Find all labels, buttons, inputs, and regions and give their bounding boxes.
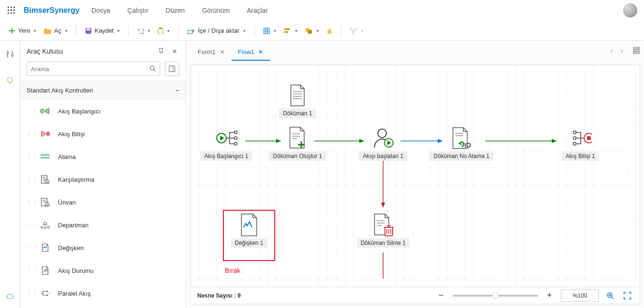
save-button[interactable]: Kaydet ▾ bbox=[81, 23, 124, 38]
flow-end-icon bbox=[40, 129, 50, 139]
document-id-icon: ID bbox=[450, 127, 473, 149]
close-icon[interactable]: ✕ bbox=[170, 47, 179, 56]
tab-label: Form1 bbox=[198, 48, 216, 56]
tab-next-button[interactable]: › bbox=[621, 47, 623, 55]
rail-properties[interactable] bbox=[3, 47, 17, 61]
new-label: Yeni bbox=[18, 27, 30, 34]
tool-assign[interactable]: ⋮⋮ Atama bbox=[20, 145, 186, 168]
fullscreen-button[interactable] bbox=[622, 290, 633, 301]
chevron-down-icon: ▾ bbox=[167, 28, 170, 33]
flow-canvas[interactable]: Döküman 1 Akış Başlangıcı 1 Döküman Oluş… bbox=[190, 65, 640, 304]
group-header[interactable]: Standart Akış Kontrolleri − bbox=[20, 81, 186, 100]
tool-label: Karşılaştırma bbox=[58, 176, 95, 183]
tool-variable[interactable]: ⋮⋮ Değişken bbox=[20, 236, 186, 259]
clipboard-icon bbox=[158, 28, 163, 34]
pin-icon[interactable] bbox=[156, 47, 166, 56]
node-flow-start[interactable]: Akış Başlangıcı 1 bbox=[198, 127, 255, 161]
node-initiator[interactable]: Akışı başlatan 1 bbox=[355, 127, 412, 161]
menu-tools[interactable]: Araçlar bbox=[247, 7, 268, 14]
node-flow-end[interactable]: Akış Bitişi 1 bbox=[552, 127, 609, 161]
tab-settings-button[interactable] bbox=[633, 47, 640, 56]
grip-icon: ⋮⋮ bbox=[27, 224, 32, 226]
save-label: Kaydet bbox=[95, 27, 114, 34]
svg-point-34 bbox=[41, 135, 43, 137]
svg-point-57 bbox=[234, 142, 237, 145]
arrange-icon bbox=[305, 28, 313, 34]
grid-icon bbox=[263, 28, 270, 34]
svg-rect-2 bbox=[13, 7, 15, 8]
node-create-document[interactable]: Döküman Oluştur 1 bbox=[269, 127, 326, 161]
zoom-slider-thumb[interactable] bbox=[492, 292, 499, 299]
hierarchy-button[interactable]: ▾ bbox=[346, 23, 367, 38]
node-assign-no[interactable]: ID Döküman No Atama 1 bbox=[433, 127, 490, 161]
rail-grab[interactable] bbox=[3, 290, 17, 303]
tab-form1[interactable]: Form1 ✕ bbox=[191, 44, 231, 61]
assign-icon bbox=[40, 151, 50, 162]
node-label: Değişken 1 bbox=[231, 238, 267, 248]
menu-view[interactable]: Görünüm bbox=[202, 7, 230, 14]
search-input[interactable] bbox=[31, 65, 149, 73]
svg-rect-31 bbox=[47, 133, 49, 135]
grid-button[interactable]: ▾ bbox=[260, 23, 280, 38]
svg-rect-4 bbox=[10, 9, 12, 11]
rail-ideas[interactable] bbox=[3, 74, 17, 87]
brand-label[interactable]: BimserSynergy bbox=[24, 6, 79, 15]
chevron-down-icon: ▾ bbox=[295, 28, 298, 33]
separator bbox=[254, 25, 255, 37]
zoom-fit-button[interactable] bbox=[605, 290, 616, 301]
close-icon[interactable]: ✕ bbox=[220, 48, 225, 56]
open-button[interactable]: Aç ▾ bbox=[40, 23, 71, 38]
tool-flow-start[interactable]: ⋮⋮ Akış Başlangıcı bbox=[20, 100, 186, 122]
tool-label: Atama bbox=[58, 153, 76, 160]
zoom-out-button[interactable]: − bbox=[435, 290, 447, 301]
undo-icon bbox=[137, 28, 144, 34]
svg-point-55 bbox=[234, 131, 237, 134]
document-delete-icon bbox=[372, 214, 394, 236]
grip-icon: ⋮⋮ bbox=[27, 201, 32, 204]
search-box[interactable] bbox=[27, 62, 160, 76]
node-delete-document[interactable]: Döküman Silme 1 bbox=[355, 214, 412, 248]
tool-title[interactable]: ⋮⋮ Ünvan bbox=[20, 191, 186, 214]
zoom-in-button[interactable]: + bbox=[544, 290, 555, 301]
svg-rect-0 bbox=[8, 7, 9, 8]
plus-icon bbox=[9, 28, 15, 34]
menu-edit[interactable]: Düzen bbox=[165, 7, 184, 14]
layout-toggle-button[interactable] bbox=[165, 62, 179, 76]
svg-rect-17 bbox=[308, 30, 312, 34]
hierarchy-icon bbox=[350, 28, 357, 34]
tool-parallel[interactable]: ⋮⋮ Paralel Akış bbox=[20, 282, 186, 305]
tool-department[interactable]: ⋮⋮ Departman bbox=[20, 214, 186, 236]
tab-label: Flow1 bbox=[238, 48, 255, 56]
paste-button[interactable]: ▾ bbox=[154, 23, 173, 38]
separator bbox=[178, 25, 179, 37]
arrange-button[interactable]: ▾ bbox=[301, 23, 323, 38]
avatar[interactable] bbox=[623, 3, 637, 18]
menu-run[interactable]: Çalıştır bbox=[127, 7, 148, 14]
menu-file[interactable]: Dosya bbox=[91, 7, 110, 14]
tool-flow-state[interactable]: ⋮⋮ Akış Durumu bbox=[20, 259, 186, 282]
node-variable[interactable]: Değişken 1 bbox=[221, 214, 278, 248]
new-button[interactable]: Yeni ▾ bbox=[5, 23, 40, 38]
svg-point-65 bbox=[573, 142, 576, 145]
tab-flow1[interactable]: Flow1 ✕ bbox=[231, 44, 270, 61]
import-export-button[interactable]: İçe / Dışa aktar ▾ bbox=[183, 23, 249, 38]
zoom-slider[interactable] bbox=[452, 295, 538, 297]
close-icon[interactable]: ✕ bbox=[258, 48, 263, 56]
tool-compare[interactable]: ⋮⋮ Karşılaştırma bbox=[20, 168, 186, 191]
lock-button[interactable] bbox=[323, 23, 336, 38]
status-bar: Nesne Sayısı : 9 − + %100 bbox=[191, 287, 640, 304]
tool-label: Akış Bitişi bbox=[58, 131, 85, 138]
undo-button[interactable]: ▾ bbox=[134, 23, 154, 38]
tool-flow-end[interactable]: ⋮⋮ Akış Bitişi bbox=[20, 122, 186, 145]
tool-label: Akış Durumu bbox=[58, 267, 94, 274]
node-document[interactable]: Döküman 1 bbox=[269, 84, 326, 118]
align-button[interactable]: ▾ bbox=[280, 23, 301, 38]
grip-icon: ⋮⋮ bbox=[27, 155, 32, 158]
tab-prev-button[interactable]: ‹ bbox=[610, 47, 613, 55]
apps-icon[interactable] bbox=[4, 3, 19, 18]
tool-label: Paralel Akış bbox=[58, 290, 91, 297]
parallel-icon bbox=[40, 288, 50, 299]
svg-point-44 bbox=[48, 226, 49, 228]
grip-icon: ⋮⋮ bbox=[27, 269, 32, 272]
svg-point-19 bbox=[350, 28, 352, 30]
